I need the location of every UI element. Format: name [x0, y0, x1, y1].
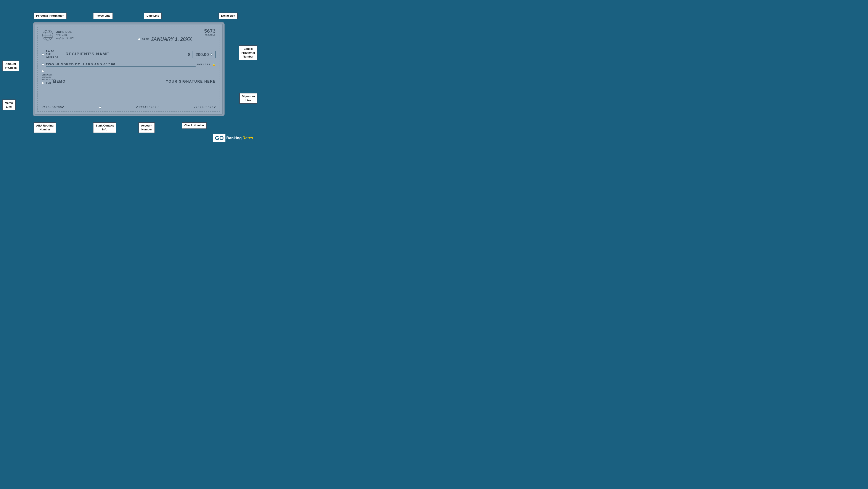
- account-number-label: AccountNumber: [138, 122, 155, 133]
- owner-address-2: AnyCity, US 10101: [56, 37, 74, 40]
- payee-dot: [42, 54, 44, 56]
- bank-contact-info-label: Bank ContactInfo: [93, 122, 116, 133]
- globe-icon: [42, 29, 54, 41]
- micr-account: ⑆123456789⑆: [136, 106, 159, 109]
- bank-name: Bank Name: [42, 74, 56, 76]
- owner-details: JOHN DOE 123 First St. AnyCity, US 10101: [56, 30, 74, 40]
- dollar-sign: $: [188, 52, 190, 57]
- memo-line-label: MemoLine: [2, 99, 16, 110]
- bank-info-dot: [42, 70, 44, 72]
- amount-of-check-label: Amountof Check: [2, 61, 19, 71]
- check-body: 5673 19-2/1250 JOHN DOE 123 First St. An…: [35, 24, 223, 115]
- memo-dot: [42, 82, 44, 84]
- dollar-box-label: Dollar Box: [218, 12, 238, 19]
- check-diagram: 5673 19-2/1250 JOHN DOE 123 First St. An…: [35, 24, 223, 115]
- bank-address-1: 123 First St.: [42, 76, 56, 78]
- micr-line: ⑆123456789⑆ ⑆123456789⑆ ⑇7890⑆5673⑈: [42, 106, 216, 109]
- written-amount: TWO HUNDRED DOLLARS AND 00/100: [45, 62, 195, 67]
- dollar-box: 200.00: [192, 51, 216, 58]
- banks-fractional-label: Bank'sFractionalNumber: [239, 45, 257, 60]
- date-area: DATE JANUARY 1, 20XX: [138, 36, 192, 42]
- signature-line-label: SignatureLine: [239, 93, 257, 104]
- personal-information-label: Personal Information: [34, 12, 67, 19]
- personal-info-area: JOHN DOE 123 First St. AnyCity, US 10101: [42, 29, 74, 41]
- lock-icon: 🔒: [212, 63, 216, 66]
- date-dot: [138, 38, 140, 40]
- memo-sig-area: FOR MEMO YOUR SIGNATURE HERE: [42, 79, 216, 84]
- amount-dot: [211, 54, 213, 56]
- recipient-name: RECIPIENT'S NAME: [61, 52, 186, 57]
- branding: GO Banking Rates: [213, 134, 253, 142]
- pay-to-label: PAY TO THEORDER OF: [46, 50, 59, 59]
- brand-go: GO: [213, 134, 225, 142]
- fractional-number: 19-2/1250: [204, 34, 216, 36]
- payee-line-label: Payee Line: [93, 12, 113, 19]
- aba-routing-label: ABA RoutingNumber: [34, 122, 56, 133]
- check-number: 5673: [204, 28, 216, 34]
- owner-address-1: 123 First St.: [56, 34, 74, 37]
- date-line-label: Date Line: [144, 12, 162, 19]
- signature-text: YOUR SIGNATURE HERE: [166, 79, 216, 84]
- check-number-area: 5673 19-2/1250: [204, 28, 216, 36]
- pay-to-area: PAY TO THEORDER OF RECIPIENT'S NAME $ 20…: [42, 50, 216, 59]
- micr-check: ⑇7890⑆5673⑈: [194, 106, 216, 109]
- owner-name: JOHN DOE: [56, 30, 74, 34]
- brand-rates: Rates: [243, 136, 253, 140]
- memo-text: MEMO: [53, 79, 86, 84]
- written-amount-area: TWO HUNDRED DOLLARS AND 00/100 DOLLARS 🔒: [42, 62, 216, 67]
- date-value: JANUARY 1, 20XX: [151, 36, 192, 42]
- micr-routing: ⑆123456789⑆: [42, 106, 64, 109]
- date-label: DATE: [142, 38, 149, 40]
- brand-banking: Banking: [225, 135, 243, 141]
- for-label: FOR: [46, 82, 51, 84]
- signature-area: YOUR SIGNATURE HERE: [88, 79, 216, 84]
- micr-account-dot: [99, 106, 101, 108]
- amount-numeric: 200.00: [195, 52, 209, 57]
- check-number-label: Check Number: [182, 122, 207, 129]
- dollars-label: DOLLARS: [197, 63, 210, 66]
- written-amount-dot: [42, 63, 44, 66]
